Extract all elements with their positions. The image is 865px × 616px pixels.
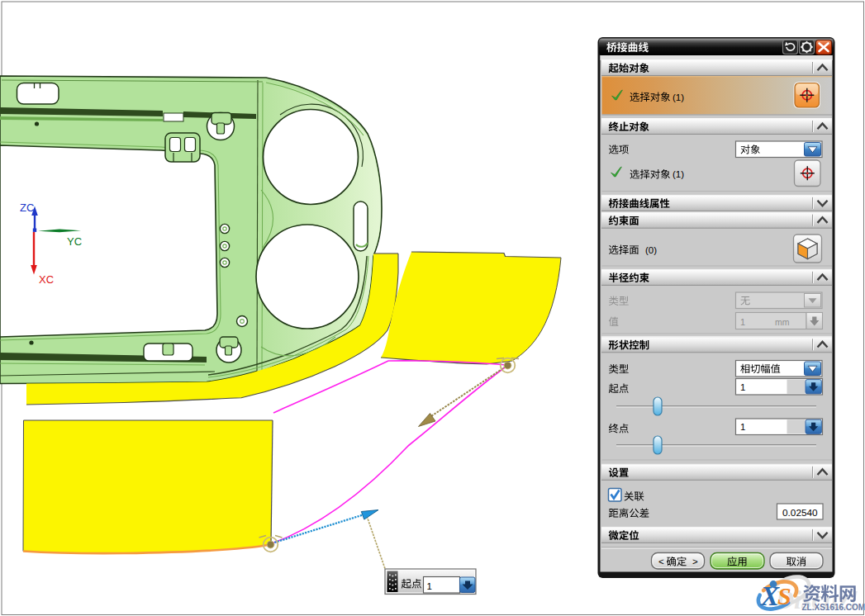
svg-text:ZC: ZC <box>20 201 34 214</box>
svg-text:0.02540: 0.02540 <box>782 507 818 519</box>
svg-text:1: 1 <box>740 422 745 432</box>
svg-text:>: > <box>692 557 698 566</box>
svg-text:XC: XC <box>39 273 54 286</box>
svg-text:1: 1 <box>740 317 745 327</box>
svg-text:YC: YC <box>67 235 82 248</box>
svg-text:1: 1 <box>740 382 745 392</box>
svg-text:(1): (1) <box>673 169 684 179</box>
svg-text:(0): (0) <box>645 245 657 255</box>
svg-text:(1): (1) <box>673 92 684 102</box>
svg-text:ZL.XS1616.COM: ZL.XS1616.COM <box>802 603 865 612</box>
svg-text:S: S <box>777 582 791 609</box>
svg-text:<: < <box>658 557 664 566</box>
svg-text:1: 1 <box>427 581 432 591</box>
svg-text:mm: mm <box>775 317 790 327</box>
